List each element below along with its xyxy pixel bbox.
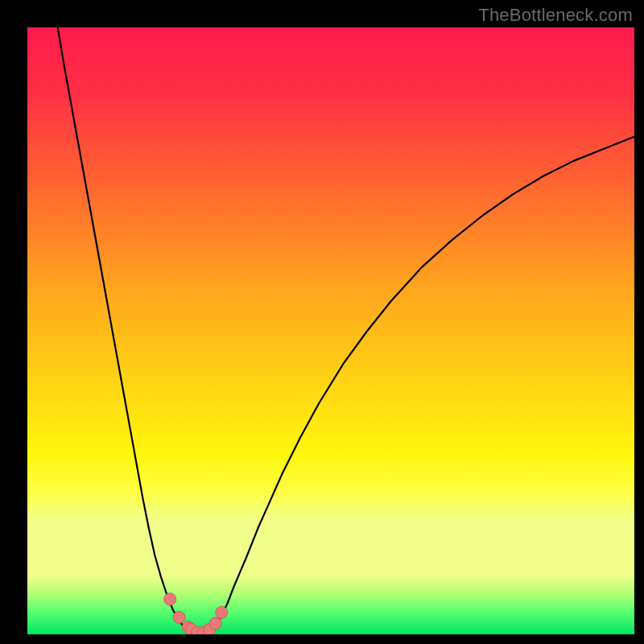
plot-area [27, 27, 634, 634]
curve-markers [164, 593, 228, 634]
curve-marker [216, 606, 228, 618]
bottleneck-curve [27, 27, 634, 634]
curve-marker [164, 593, 176, 605]
watermark-text: TheBottleneck.com [478, 5, 633, 26]
curve-line [58, 27, 634, 634]
curve-marker [173, 611, 185, 623]
chart-frame: TheBottleneck.com [0, 0, 644, 644]
curve-marker [209, 617, 221, 630]
